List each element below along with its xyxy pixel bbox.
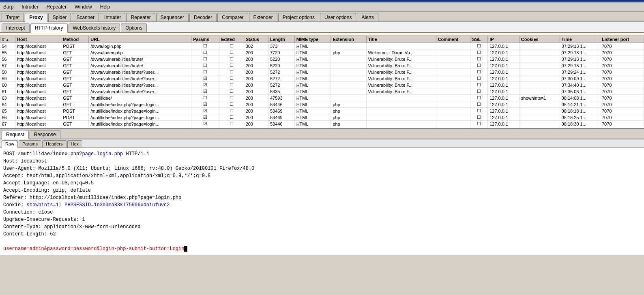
- http-history-table: # ▲ Host Method URL Params Edited Status…: [0, 36, 644, 129]
- subtab-options[interactable]: Options: [121, 24, 146, 32]
- menu-burp[interactable]: Burp: [2, 3, 15, 11]
- subtab-http-history[interactable]: HTTP history: [30, 24, 68, 33]
- panel-tab-response[interactable]: Response: [30, 130, 60, 139]
- col-time[interactable]: Time: [560, 36, 600, 43]
- table-row[interactable]: 55http://localhostGET/dvwa/index.php☐☐20…: [0, 49, 644, 56]
- proxy-sub-tab-bar: Intercept HTTP history WebSockets histor…: [0, 22, 644, 33]
- col-cookies[interactable]: Cookies: [519, 36, 560, 43]
- menu-bar: Burp Intruder Repeater Window Help: [0, 2, 644, 12]
- col-ip[interactable]: IP: [488, 36, 519, 43]
- menu-window[interactable]: Window: [73, 3, 94, 11]
- table-row[interactable]: 66http://localhostPOST/mutillidae/index.…: [0, 114, 644, 121]
- sub-panel-tab-hex[interactable]: Hex: [67, 140, 83, 148]
- tab-sequencer[interactable]: Sequencer: [156, 13, 189, 21]
- tab-alerts[interactable]: Alerts: [357, 13, 378, 21]
- col-listener-port[interactable]: Listener port: [600, 36, 644, 43]
- table-row[interactable]: 61http://localhostGET/dvwa/vulnerabiliti…: [0, 88, 644, 95]
- col-extension[interactable]: Extension: [331, 36, 366, 43]
- col-host[interactable]: Host: [15, 36, 61, 43]
- tab-target[interactable]: Target: [2, 13, 24, 21]
- tab-spider[interactable]: Spider: [48, 13, 71, 21]
- panel-tab-request[interactable]: Request: [2, 130, 29, 139]
- col-edited[interactable]: Edited: [219, 36, 244, 43]
- menu-intruder[interactable]: Intruder: [20, 3, 40, 11]
- table-row[interactable]: 64http://localhostGET/mutillidae/index.p…: [0, 101, 644, 108]
- table-row[interactable]: 54http://localhostPOST/dvwa/login.php☐☐3…: [0, 43, 644, 49]
- panel-tab-bar: Request Response: [0, 129, 644, 139]
- menu-help[interactable]: Help: [99, 3, 112, 11]
- subtab-websockets-history[interactable]: WebSockets history: [69, 24, 120, 32]
- col-status[interactable]: Status: [244, 36, 268, 43]
- table-row[interactable]: 60http://localhostGET/dvwa/vulnerabiliti…: [0, 82, 644, 88]
- table-row[interactable]: 67http://localhostGET/mutillidae/index.p…: [0, 121, 644, 127]
- tab-user-options[interactable]: User options: [320, 13, 356, 21]
- table-row[interactable]: 58http://localhostGET/dvwa/vulnerabiliti…: [0, 69, 644, 75]
- tab-intruder[interactable]: Intruder: [100, 13, 125, 21]
- filter-bar[interactable]: [0, 33, 644, 36]
- tab-extender[interactable]: Extender: [249, 13, 277, 21]
- main-tab-bar: Target Proxy Spider Scanner Intruder Rep…: [0, 12, 644, 22]
- subtab-intercept[interactable]: Intercept: [2, 24, 30, 32]
- http-history-table-container[interactable]: # ▲ Host Method URL Params Edited Status…: [0, 36, 644, 129]
- sub-panel-tab-headers[interactable]: Headers: [42, 140, 67, 148]
- col-url[interactable]: URL: [89, 36, 191, 43]
- sub-panel-tab-bar: Raw Params Headers Hex: [0, 139, 644, 148]
- menu-repeater[interactable]: Repeater: [45, 3, 68, 11]
- col-title[interactable]: Title: [366, 36, 436, 43]
- tab-comparer[interactable]: Comparer: [217, 13, 248, 21]
- table-row[interactable]: 56http://localhostGET/dvwa/vulnerabiliti…: [0, 56, 644, 62]
- col-mime[interactable]: MIME type: [294, 36, 331, 43]
- tab-repeater[interactable]: Repeater: [126, 13, 155, 21]
- col-length[interactable]: Length: [268, 36, 294, 43]
- col-comment[interactable]: Comment: [436, 36, 470, 43]
- bottom-panel: Request Response Raw Params Headers Hex …: [0, 129, 644, 255]
- col-ssl[interactable]: SSL: [470, 36, 488, 43]
- request-content: POST /mutillidae/index.php?page=login.ph…: [0, 148, 644, 255]
- col-num[interactable]: # ▲: [0, 36, 15, 43]
- tab-scanner[interactable]: Scanner: [72, 13, 99, 21]
- sub-panel-tab-raw[interactable]: Raw: [2, 140, 18, 148]
- table-row[interactable]: 59http://localhostGET/dvwa/vulnerabiliti…: [0, 75, 644, 82]
- table-row[interactable]: 63http://localhostGET/mutillidae/☐☐20047…: [0, 95, 644, 101]
- tab-project-options[interactable]: Project options: [278, 13, 319, 21]
- col-method[interactable]: Method: [61, 36, 89, 43]
- col-params[interactable]: Params: [191, 36, 219, 43]
- tab-proxy[interactable]: Proxy: [25, 13, 47, 22]
- table-row[interactable]: 65http://localhostPOST/mutillidae/index.…: [0, 108, 644, 114]
- table-row[interactable]: 57http://localhostGET/dvwa/vulnerabiliti…: [0, 62, 644, 69]
- tab-decoder[interactable]: Decoder: [189, 13, 217, 21]
- sub-panel-tab-params[interactable]: Params: [19, 140, 41, 148]
